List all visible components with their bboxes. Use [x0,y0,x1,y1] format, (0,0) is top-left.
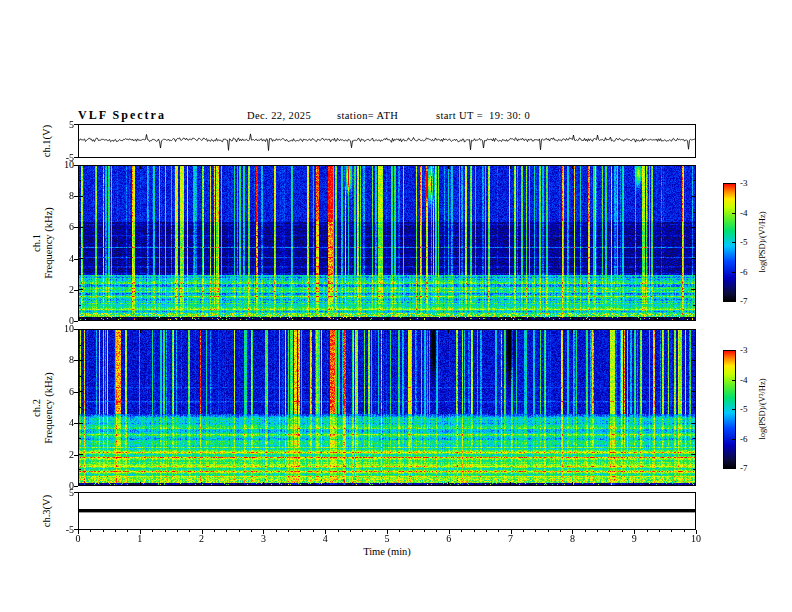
freq-tick-label-ch1: 4 [56,253,74,264]
time-minor-tick [362,530,363,532]
voltage-bottom-tick-ch1 [74,157,78,158]
freq-tick-ch1 [74,227,78,228]
time-minor-tick [127,530,128,532]
time-minor-tick [300,530,301,532]
time-major-tick [572,530,573,534]
freq-tick-ch1 [74,259,78,260]
voltage-bottom-tick-label-ch1: -5 [56,152,74,163]
colorbar2-tick-label: -6 [740,434,748,444]
time-minor-tick [548,530,549,532]
time-minor-tick [338,530,339,532]
time-minor-tick [90,530,91,532]
time-minor-tick [189,530,190,532]
freq-tick-label-ch2: 8 [56,354,74,365]
ch2-spectrogram-canvas [78,329,696,486]
time-minor-tick [177,530,178,532]
header-date: Dec. 22, 2025 [247,110,311,121]
time-minor-tick [226,530,227,532]
colorbar2-axis-label: log(PSD)/(V²/Hz) [757,378,767,439]
time-minor-tick [239,530,240,532]
vlf-spectra-figure: VLF Spectra Dec. 22, 2025 station= ATH s… [0,0,792,612]
time-tick-label: 2 [190,533,214,544]
freq-tick-ch2 [74,455,78,456]
freq-tick-ch2 [74,486,78,487]
colorbar1-tick-label: -3 [740,178,748,188]
time-major-tick [511,530,512,534]
time-tick-label: 8 [560,533,584,544]
time-tick-label: 1 [128,533,152,544]
time-minor-tick [399,530,400,532]
time-tick-label: 0 [66,533,90,544]
time-major-tick [449,530,450,534]
time-minor-tick [684,530,685,532]
time-major-tick [325,530,326,534]
ch3-voltage-axis-label: ch.3(V) [41,495,52,527]
time-minor-tick [214,530,215,532]
time-minor-tick [523,530,524,532]
time-major-tick [387,530,388,534]
colorbar1-tick-label: -4 [740,208,748,218]
voltage-top-tick-ch1 [74,124,78,125]
freq-tick-ch1 [74,321,78,322]
freq-tick-label-ch2: 10 [56,323,74,334]
time-tick-label: 4 [313,533,337,544]
time-minor-tick [251,530,252,532]
time-minor-tick [375,530,376,532]
ch1-waveform-canvas [78,124,696,158]
figure-title: VLF Spectra [78,108,166,123]
voltage-top-tick-ch3 [74,492,78,493]
colorbar2-tick-label: -3 [740,345,748,355]
time-minor-tick [276,530,277,532]
freq-tick-ch2 [74,423,78,424]
freq-tick-label-ch2: 6 [56,386,74,397]
freq-tick-ch1 [74,290,78,291]
freq-tick-ch2 [74,360,78,361]
time-tick-label: 10 [684,533,708,544]
time-minor-tick [659,530,660,532]
time-major-tick [78,530,79,534]
time-minor-tick [622,530,623,532]
time-minor-tick [436,530,437,532]
ch1-spec-channel-label: ch.1 [31,234,42,252]
freq-tick-label-ch1: 8 [56,190,74,201]
colorbar2-tick-label: -7 [740,463,748,473]
time-minor-tick [609,530,610,532]
colorbar1-tick-label: -5 [740,237,748,247]
ch2-colorbar [723,350,736,469]
time-minor-tick [350,530,351,532]
colorbar2-tick-label: -4 [740,375,748,385]
time-minor-tick [585,530,586,532]
time-tick-label: 6 [437,533,461,544]
freq-tick-ch2 [74,392,78,393]
time-minor-tick [313,530,314,532]
freq-tick-ch1 [74,165,78,166]
ch2-frequency-axis-label: Frequency (kHz) [43,372,54,443]
freq-tick-ch1 [74,196,78,197]
time-minor-tick [103,530,104,532]
header-start-ut: start UT = 19: 30: 0 [436,110,530,121]
time-minor-tick [288,530,289,532]
freq-tick-label-ch2: 4 [56,417,74,428]
time-major-tick [263,530,264,534]
time-minor-tick [597,530,598,532]
time-tick-label: 9 [622,533,646,544]
ch1-spectrogram-canvas [78,165,696,321]
time-tick-label: 5 [375,533,399,544]
time-minor-tick [115,530,116,532]
colorbar2-tick-label: -5 [740,404,748,414]
time-minor-tick [412,530,413,532]
time-tick-label: 7 [499,533,523,544]
time-minor-tick [424,530,425,532]
time-major-tick [202,530,203,534]
freq-tick-label-ch2: 2 [56,449,74,460]
time-axis-label: Time (min) [347,546,427,557]
colorbar1-axis-label: log(PSD)/(V²/Hz) [757,211,767,272]
ch1-voltage-axis-label: ch.1(V) [41,125,52,157]
time-minor-tick [461,530,462,532]
time-tick-label: 3 [251,533,275,544]
time-minor-tick [535,530,536,532]
colorbar1-tick-label: -6 [740,267,748,277]
time-major-tick [696,530,697,534]
header-station: station= ATH [337,110,398,121]
voltage-top-tick-label-ch3: 5 [56,487,74,498]
